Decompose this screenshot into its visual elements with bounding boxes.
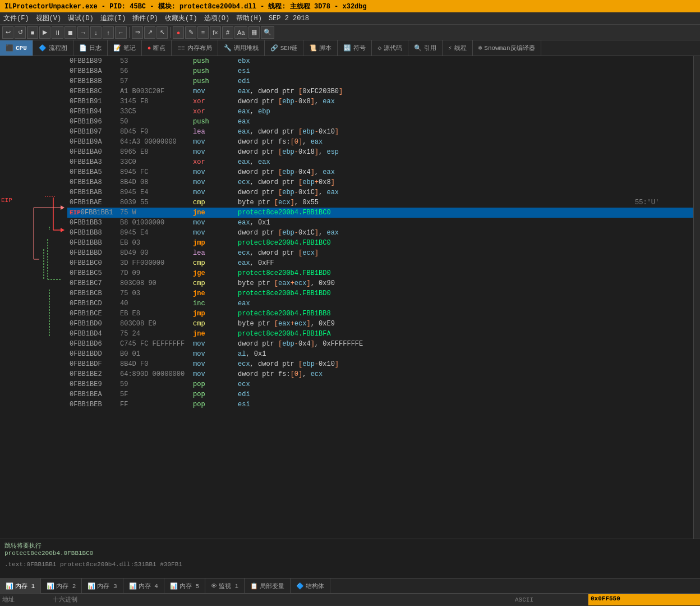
tb-btn-stop2[interactable]: ⏹ [65,26,76,39]
tb-btn-step-out[interactable]: ↑ [103,26,114,39]
tb-btn-step-in[interactable]: ↓ [90,26,102,39]
tb-btn-search[interactable]: 🔍 [261,26,274,39]
disasm-row[interactable]: 0FBB1BE9 59 pop ecx [67,379,700,389]
disasm-row[interactable]: EIP0FBB1BB1 75 W jne protect8ce200b4.FBB… [67,208,700,218]
tab-script[interactable]: 📜 脚本 [303,40,338,56]
disasm-row[interactable]: 0FBB1B91 3145 F8 xor dword ptr [ebp-0x8]… [67,97,700,107]
menu-item-5[interactable]: 收藏夹(I) [165,13,197,23]
tb-btn-calc[interactable]: f× [210,26,221,39]
tb-btn-stop[interactable]: ■ [27,26,38,39]
cell-ops: protect8ce200b4.FBB1BD0 [236,288,633,299]
disasm-row[interactable]: 0FBB1BD0 803C08 E9 cmp byte ptr [eax+ecx… [67,319,700,329]
mem-col-ascii: ASCII [513,596,586,603]
disasm-row[interactable]: 0FBB1B9A 64:A3 00000000 mov dword ptr fs… [67,137,700,147]
menu-item-1[interactable]: 视图(V) [36,13,62,23]
disasm-row[interactable]: 0FBB1BAE 8039 55 cmp byte ptr [ecx], 0x5… [67,198,700,208]
menu-item-0[interactable]: 文件(F) [3,13,29,23]
menu-item-2[interactable]: 调试(D) [68,13,94,23]
disasm-row[interactable]: 0FBB1BEA 5F pop edi [67,389,700,400]
disasm-row[interactable]: 0FBB1B8A 56 push esi [67,66,700,76]
cell-bytes: 5F [118,389,191,400]
tab-seh[interactable]: 🔗 SEH链 [265,40,304,56]
mem-main[interactable]: 地址 十六进制 ASCII 05067850 E9 53 E2 6A 01 C3… [0,594,588,606]
tb-btn-patch[interactable]: ≡ [197,26,209,39]
disasm-row[interactable]: 0FBB1B96 50 push eax [67,117,700,127]
menu-item-8[interactable]: SEP 2 2018 [269,15,309,22]
disasm-row[interactable]: 0FBB1BA5 8945 FC mov dword ptr [ebp-0x4]… [67,167,700,177]
disasm-row[interactable]: 0FBB1BBB EB 03 jmp protect8ce200b4.FBB1B… [67,238,700,248]
disasm-row[interactable]: 0FBB1BCD 40 inc eax [67,299,700,309]
tb-btn-hw[interactable]: ✎ [185,26,196,39]
disasm-row[interactable]: 0FBB1BE2 64:890D 00000000 mov dword ptr … [67,369,700,379]
cell-mnem: mov [191,339,236,349]
btab-locals[interactable]: 📋 局部变量 [245,578,291,594]
tab-cpu[interactable]: ⬛ CPU [0,40,33,56]
tb-btn-until[interactable]: ↖ [156,26,168,39]
tab-flow[interactable]: 🔷 流程图 [33,40,73,56]
disasm-row[interactable]: 0FBB1BBD 8D49 00 lea ecx, dword ptr [ecx… [67,248,700,258]
tab-sym[interactable]: 🔣 符号 [338,40,372,56]
btab-mem5[interactable]: 📊 内存 5 [164,578,205,594]
disasm-row[interactable]: 0FBB1BC0 3D FF000000 cmp eax, 0xFF [67,258,700,268]
tb-btn-undo[interactable]: ↩ [2,26,13,39]
btab-mem1[interactable]: 📊 内存 1 [0,578,41,594]
disasm-scrollbar[interactable] [693,56,700,539]
tab-thread[interactable]: ⚡ 线程 [443,40,473,56]
disasm-row[interactable]: 0FBB1B8C A1 B003C20F mov eax, dword ptr … [67,86,700,97]
cell-comment [633,359,700,369]
tab-src[interactable]: ◇ 源代码 [372,40,408,56]
disasm-row[interactable]: 0FBB1BDF 8B4D F0 mov ecx, dword ptr [ebp… [67,359,700,369]
tab-bp[interactable]: ● 断点 [142,40,172,56]
disasm-row[interactable]: 0FBB1BC5 7D 09 jge protect8ce200b4.FBB1B… [67,268,700,278]
btab-struct[interactable]: 🔷 结构体 [291,578,330,594]
tb-btn-font[interactable]: Aa [234,26,247,39]
tb-btn-mem-map[interactable]: ▦ [248,26,260,39]
btab-mem3[interactable]: 📊 内存 3 [82,578,123,594]
tab-stack[interactable]: 🔧 调用堆栈 [218,40,265,56]
disasm-row[interactable]: 0FBB1BD4 75 24 jne protect8ce200b4.FBB1B… [67,329,700,339]
disasm-row[interactable]: 0FBB1B94 33C5 xor eax, ebp [67,107,700,117]
btab-mem2[interactable]: 📊 内存 2 [41,578,82,594]
tab-snow[interactable]: ❄ Snowman反编译器 [473,40,541,56]
disasm-row[interactable]: 0FBB1BB8 8945 E4 mov dword ptr [ebp-0x1C… [67,228,700,238]
btab-struct-label: 结构体 [306,582,324,590]
cell-mnem: cmp [191,319,236,329]
btab-watch1[interactable]: 👁 监视 1 [205,578,245,594]
tb-btn-bp[interactable]: ● [173,26,184,39]
tab-notes[interactable]: 📝 笔记 [108,40,142,56]
tb-btn-pause[interactable]: ⏸ [52,26,63,39]
btab-mem4[interactable]: 📊 内存 4 [123,578,164,594]
menu-item-3[interactable]: 追踪(I) [100,13,126,23]
disasm-row[interactable]: 0FBB1BC7 803C08 90 cmp byte ptr [eax+ecx… [67,278,700,288]
cell-comment [633,86,700,97]
disasm-row[interactable]: 0FBB1BCE EB E8 jmp protect8ce200b4.FBB1B… [67,309,700,319]
tb-btn-redo[interactable]: ↺ [15,26,26,39]
menu-item-4[interactable]: 插件(P) [132,13,158,23]
disasm-row[interactable]: 0FBB1BD6 C745 FC FEFFFFFF mov dword ptr … [67,339,700,349]
tb-btn-hash[interactable]: # [222,26,233,39]
tb-btn-back[interactable]: ← [115,26,127,39]
disasm-area[interactable]: EIP [0,56,700,539]
tab-log[interactable]: 📄 日志 [73,40,108,56]
tb-btn-animate[interactable]: ↗ [144,26,155,39]
disasm-table[interactable]: 0FBB1B89 53 push ebx 0FBB1B8A 56 push es… [67,56,700,410]
disasm-row[interactable]: 0FBB1BDD B0 01 mov al, 0x1 [67,349,700,359]
tb-btn-run[interactable]: ▶ [39,26,50,39]
disasm-row[interactable]: 0FBB1BEB FF pop esi [67,400,700,410]
tb-btn-step-over[interactable]: → [77,26,89,39]
disasm-scroll[interactable]: 0FBB1B89 53 push ebx 0FBB1B8A 56 push es… [67,56,700,539]
disasm-row[interactable]: 0FBB1BA3 33C0 xor eax, eax [67,157,700,167]
tb-btn-run-to[interactable]: ⇒ [132,26,143,39]
tab-mem[interactable]: ≡≡ 内存布局 [172,40,218,56]
disasm-row[interactable]: 0FBB1BB3 B8 01000000 mov eax, 0x1 [67,218,700,228]
disasm-row[interactable]: 0FBB1B89 53 push ebx [67,56,700,66]
tab-ref[interactable]: 🔍 引用 [408,40,443,56]
menu-item-7[interactable]: 帮助(H) [236,13,262,23]
disasm-row[interactable]: 0FBB1BA8 8B4D 08 mov ecx, dword ptr [ebp… [67,177,700,187]
disasm-row[interactable]: 0FBB1BAB 8945 E4 mov dword ptr [ebp-0x1C… [67,187,700,198]
disasm-row[interactable]: 0FBB1B8B 57 push edi [67,76,700,86]
disasm-row[interactable]: 0FBB1BA0 8965 E8 mov dword ptr [ebp-0x18… [67,147,700,157]
disasm-row[interactable]: 0FBB1B97 8D45 F0 lea eax, dword ptr [ebp… [67,127,700,137]
menu-item-6[interactable]: 选项(O) [204,13,230,23]
disasm-row[interactable]: 0FBB1BCB 75 03 jne protect8ce200b4.FBB1B… [67,288,700,299]
